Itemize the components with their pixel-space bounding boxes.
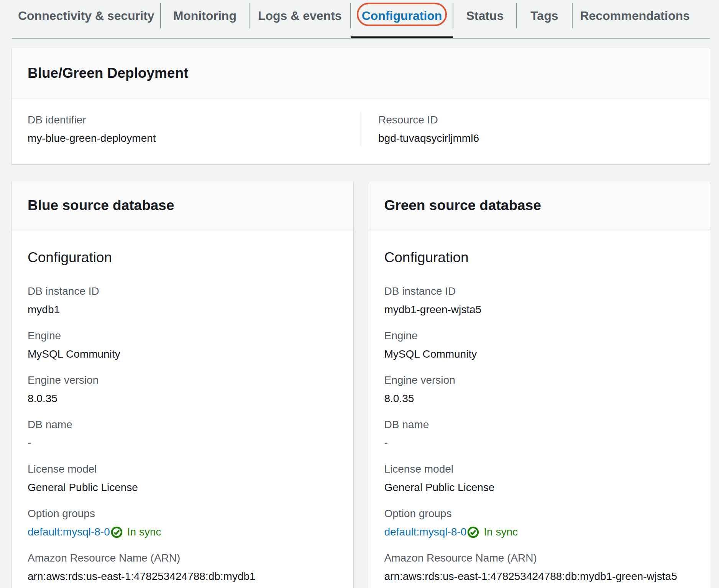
card-header: Green source database	[368, 181, 710, 230]
tab-status[interactable]: Status	[453, 0, 517, 38]
field-db-name: DB name -	[384, 417, 694, 451]
tab-tags[interactable]: Tags	[517, 0, 572, 38]
field-label: DB instance ID	[384, 284, 694, 299]
field-arn: Amazon Resource Name (ARN) arn:aws:rds:u…	[384, 550, 694, 584]
field-label: Engine	[384, 328, 694, 343]
field-label: Amazon Resource Name (ARN)	[384, 550, 694, 566]
field-engine-version: Engine version 8.0.35	[384, 373, 694, 406]
in-sync-status: In sync	[484, 524, 518, 540]
tab-monitoring[interactable]: Monitoring	[161, 0, 249, 38]
tab-label: Recommendations	[580, 8, 690, 24]
column-resource-id: Resource ID bgd-tuvaqsycirljmml6	[361, 112, 694, 146]
field-label: DB name	[384, 417, 694, 432]
field-value: -	[384, 435, 694, 451]
field-license-model: License model General Public License	[384, 462, 694, 495]
field-label: DB instance ID	[28, 284, 337, 299]
tab-recommendations[interactable]: Recommendations	[572, 0, 698, 38]
option-group-link[interactable]: default:mysql-8-0	[28, 524, 110, 540]
tab-label: Monitoring	[173, 8, 236, 24]
field-label: Engine version	[28, 373, 337, 388]
field-engine: Engine MySQL Community	[384, 328, 694, 362]
field-license-model: License model General Public License	[28, 462, 337, 495]
field-value: -	[28, 435, 337, 451]
field-option-groups: Option groups default:mysql-8-0 In sync	[384, 506, 694, 540]
field-value: arn:aws:rds:us-east-1:478253424788:db:my…	[384, 569, 694, 584]
field-engine: Engine MySQL Community	[28, 328, 337, 362]
field-label: Engine version	[384, 373, 694, 388]
field-value: 8.0.35	[28, 391, 337, 406]
tab-connectivity-security[interactable]: Connectivity & security	[12, 0, 161, 38]
field-arn: Amazon Resource Name (ARN) arn:aws:rds:u…	[28, 550, 337, 584]
field-label: Option groups	[28, 506, 337, 521]
card-title: Blue source database	[28, 197, 337, 214]
field-option-groups: Option groups default:mysql-8-0 In sync	[28, 506, 337, 540]
column-db-identifier: DB identifier my-blue-green-deployment	[28, 112, 361, 146]
option-group-link[interactable]: default:mysql-8-0	[384, 524, 467, 540]
field-resource-id: Resource ID bgd-tuvaqsycirljmml6	[378, 112, 694, 146]
status-positive-icon	[467, 526, 479, 538]
tab-logs-events[interactable]: Logs & events	[249, 0, 351, 38]
field-db-identifier: DB identifier my-blue-green-deployment	[28, 112, 361, 146]
blue-source-database-card: Blue source database Configuration DB in…	[11, 181, 353, 588]
field-value: MySQL Community	[28, 347, 337, 362]
tab-label: Tags	[530, 8, 558, 24]
in-sync-status: In sync	[127, 524, 161, 540]
field-db-instance-id: DB instance ID mydb1-green-wjsta5	[384, 284, 694, 317]
field-label: Option groups	[384, 506, 694, 521]
field-engine-version: Engine version 8.0.35	[28, 373, 337, 406]
section-title: Configuration	[28, 249, 337, 266]
field-value: my-blue-green-deployment	[28, 131, 361, 146]
field-db-name: DB name -	[28, 417, 337, 451]
field-label: License model	[384, 462, 694, 477]
card-body: DB identifier my-blue-green-deployment R…	[11, 99, 710, 164]
field-value: General Public License	[28, 480, 337, 495]
field-value: arn:aws:rds:us-east-1:478253424788:db:my…	[28, 569, 337, 584]
tab-label: Logs & events	[258, 8, 342, 24]
field-value: MySQL Community	[384, 347, 694, 362]
field-value: mydb1	[28, 302, 337, 317]
status-positive-icon	[111, 526, 123, 538]
field-value: mydb1-green-wjsta5	[384, 302, 694, 317]
source-database-grid: Blue source database Configuration DB in…	[11, 181, 710, 588]
field-label: License model	[28, 462, 337, 477]
field-value: bgd-tuvaqsycirljmml6	[378, 131, 694, 146]
card-title: Green source database	[384, 197, 694, 214]
green-source-database-card: Green source database Configuration DB i…	[368, 181, 710, 588]
tab-configuration[interactable]: Configuration	[351, 0, 453, 38]
tab-label: Configuration	[362, 9, 442, 23]
field-value: 8.0.35	[384, 391, 694, 406]
field-db-instance-id: DB instance ID mydb1	[28, 284, 337, 317]
field-label: DB name	[28, 417, 337, 432]
tab-bar: Connectivity & security Monitoring Logs …	[12, 0, 710, 39]
card-header: Blue/Green Deployment	[11, 48, 710, 99]
card-body: Configuration DB instance ID mydb1 Engin…	[11, 230, 353, 588]
card-title: Blue/Green Deployment	[28, 65, 694, 82]
card-header: Blue source database	[11, 181, 353, 230]
card-body: Configuration DB instance ID mydb1-green…	[368, 230, 710, 588]
section-title: Configuration	[384, 249, 694, 266]
tab-label: Connectivity & security	[18, 8, 154, 24]
tab-label: Status	[466, 8, 504, 24]
field-label: Amazon Resource Name (ARN)	[28, 550, 337, 566]
field-label: DB identifier	[28, 112, 361, 128]
blue-green-deployment-card: Blue/Green Deployment DB identifier my-b…	[11, 48, 710, 164]
field-label: Engine	[28, 328, 337, 343]
field-value: General Public License	[384, 480, 694, 495]
page: Connectivity & security Monitoring Logs …	[0, 0, 719, 588]
field-label: Resource ID	[378, 112, 694, 128]
